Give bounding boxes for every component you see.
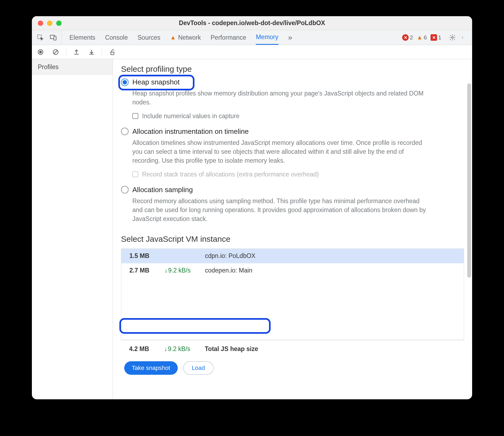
tab-sources[interactable]: Sources: [137, 30, 160, 45]
svg-rect-2: [54, 36, 56, 40]
heap-include-numerical-row[interactable]: Include numerical values in capture: [132, 113, 464, 120]
radio-allocation-timeline[interactable]: [121, 128, 129, 135]
export-icon[interactable]: [73, 48, 80, 56]
option-timeline-desc: Allocation timelines show instrumented J…: [132, 138, 429, 165]
vm-row[interactable]: 1.5 MB cdpn.io: PoLdbOX: [121, 249, 464, 263]
clear-icon[interactable]: [52, 48, 59, 56]
close-window-button[interactable]: [38, 21, 43, 26]
option-heap-snapshot[interactable]: Heap snapshot Heap snapshot profiles sho…: [121, 78, 464, 120]
panel-tab-strip: Elements Console Sources ▲ Network Perfo…: [32, 30, 472, 45]
load-button[interactable]: Load: [183, 361, 214, 375]
memory-main-panel: Select profiling type Heap snapshot Heap…: [113, 59, 472, 399]
vm-row-name: codepen.io: Main: [205, 267, 252, 274]
blocked-icon: ✕: [431, 34, 437, 41]
tab-elements[interactable]: Elements: [69, 30, 95, 45]
radio-heap-snapshot[interactable]: [121, 79, 129, 86]
window-title: DevTools - codepen.io/web-dot-dev/live/P…: [32, 19, 472, 27]
garbage-collect-icon[interactable]: [109, 48, 116, 56]
svg-line-10: [54, 50, 58, 54]
vm-row-name: cdpn.io: PoLdbOX: [205, 252, 256, 260]
svg-point-6: [462, 38, 463, 39]
devtools-window: DevTools - codepen.io/web-dot-dev/live/P…: [32, 16, 472, 399]
import-icon[interactable]: [88, 48, 95, 56]
timeline-record-stack-row: Record stack traces of allocations (extr…: [132, 171, 464, 178]
tab-network[interactable]: ▲ Network: [170, 30, 201, 45]
radio-allocation-sampling[interactable]: [121, 186, 129, 193]
body-area: Profiles Select profiling type Heap snap…: [32, 59, 472, 399]
checkbox-record-stack: [132, 171, 138, 177]
tabs-right-indicators: ✕ 2 ▲ 6 ✕ 1: [397, 30, 472, 45]
arrow-down-icon: ↓: [164, 267, 168, 274]
record-icon[interactable]: [37, 48, 44, 56]
kebab-menu-icon[interactable]: [460, 34, 467, 41]
checkbox-include-numerical[interactable]: [132, 113, 138, 119]
vm-summary-row: 4.2 MB ↓9.2 kB/s Total JS heap size: [121, 342, 464, 356]
profiling-type-title: Select profiling type: [121, 64, 464, 74]
vm-row-size: 1.5 MB: [129, 252, 164, 260]
option-heap-label: Heap snapshot: [132, 78, 180, 86]
option-sampling-desc: Record memory allocations using sampling…: [132, 197, 429, 224]
take-snapshot-button[interactable]: Take snapshot: [124, 361, 178, 375]
sidebar: Profiles: [32, 59, 113, 399]
error-icon: ✕: [402, 34, 409, 41]
tabs-left-tools: [32, 30, 62, 45]
sidebar-profiles-header: Profiles: [32, 59, 113, 75]
option-timeline-label: Allocation instrumentation on timeline: [132, 127, 249, 136]
vertical-scrollbar[interactable]: [467, 83, 471, 278]
window-titlebar: DevTools - codepen.io/web-dot-dev/live/P…: [32, 16, 472, 30]
vm-row[interactable]: 2.7 MB ↓9.2 kB/s codepen.io: Main: [121, 263, 464, 278]
option-heap-desc: Heap snapshot profiles show memory distr…: [132, 89, 429, 107]
vm-section-title: Select JavaScript VM instance: [121, 234, 464, 244]
settings-icon[interactable]: [449, 34, 456, 41]
vm-total-label: Total JS heap size: [205, 345, 258, 353]
vm-total-size: 4.2 MB: [129, 345, 164, 353]
vm-instance-table: 1.5 MB cdpn.io: PoLdbOX 2.7 MB ↓9.2 kB/s…: [121, 248, 464, 340]
tab-performance[interactable]: Performance: [211, 30, 246, 45]
vm-row-size: 2.7 MB: [129, 267, 164, 274]
tab-memory[interactable]: Memory: [256, 30, 278, 45]
warning-icon: ▲: [417, 34, 423, 41]
blocked-indicator[interactable]: ✕ 1: [431, 34, 441, 41]
minimize-window-button[interactable]: [47, 21, 52, 26]
actions-row: Take snapshot Load: [121, 361, 464, 375]
device-toolbar-icon[interactable]: [50, 34, 57, 41]
option-allocation-sampling[interactable]: Allocation sampling Record memory alloca…: [121, 186, 464, 224]
vm-row-rate: ↓9.2 kB/s: [164, 267, 205, 274]
errors-indicator[interactable]: ✕ 2: [402, 34, 413, 41]
option-sampling-label: Allocation sampling: [132, 186, 193, 194]
inspect-element-icon[interactable]: [37, 34, 44, 41]
panel-tabs: Elements Console Sources ▲ Network Perfo…: [62, 30, 397, 45]
svg-rect-11: [111, 52, 114, 55]
svg-point-3: [452, 37, 453, 39]
svg-point-8: [39, 51, 42, 53]
svg-point-4: [462, 36, 463, 37]
more-tabs-button[interactable]: »: [288, 30, 293, 45]
svg-point-5: [462, 37, 463, 38]
memory-toolbar: [32, 45, 472, 59]
warnings-indicator[interactable]: ▲ 6: [417, 34, 427, 41]
option-allocation-timeline[interactable]: Allocation instrumentation on timeline A…: [121, 127, 464, 178]
traffic-lights: [38, 21, 62, 26]
warning-icon: ▲: [170, 34, 176, 41]
maximize-window-button[interactable]: [56, 21, 62, 26]
vm-total-rate: ↓9.2 kB/s: [164, 345, 205, 353]
arrow-down-icon: ↓: [164, 345, 167, 352]
tab-console[interactable]: Console: [105, 30, 128, 45]
